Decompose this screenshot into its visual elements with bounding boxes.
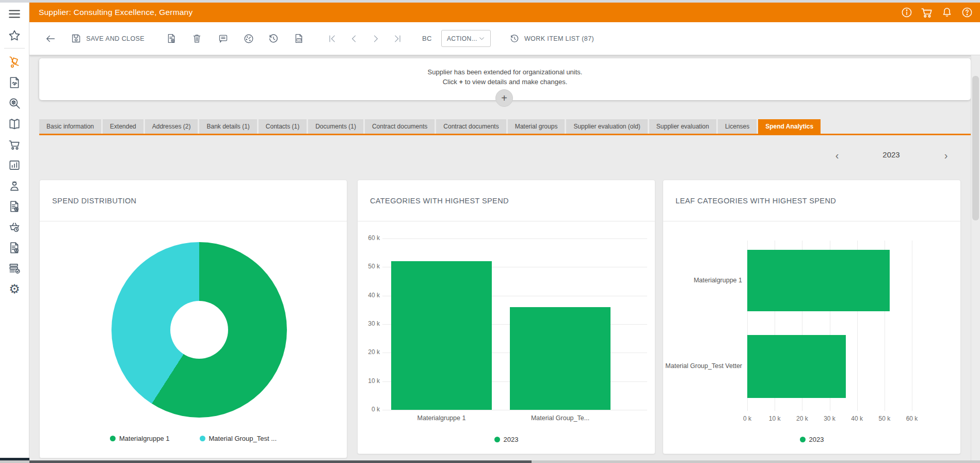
notice-line-1: Supplier has been extended for organizat… [39, 67, 971, 77]
axis-tick-label: 50 k [872, 415, 897, 422]
data-approval-list-icon[interactable] [0, 258, 29, 279]
axis-tick-label: 0 k [358, 406, 380, 413]
bar-chart-legend: 2023 [663, 436, 960, 443]
legend-dot [110, 436, 116, 441]
bar-materialgruppe-1[interactable] [747, 250, 890, 311]
favorites-star-icon[interactable] [0, 25, 29, 46]
settings-gear-icon[interactable]: ⚙ [0, 279, 29, 299]
donut-chart[interactable] [111, 242, 287, 418]
legend-dot [200, 436, 205, 441]
card-title: CATEGORIES WITH HIGHEST SPEND [370, 197, 509, 205]
bc-label: BC [422, 35, 432, 42]
tab-supplier-evaluation-old[interactable]: Supplier evaluation (old) [566, 119, 647, 134]
expand-org-units-button[interactable]: + [495, 89, 513, 107]
card-header: SPEND DISTRIBUTION [40, 180, 347, 221]
hamburger-menu-icon[interactable] [0, 3, 29, 25]
sidebar-bottom-strip [0, 458, 29, 460]
tab-material-groups[interactable]: Material groups [508, 119, 565, 134]
notice-plus-symbol: + [459, 78, 463, 86]
document-add-icon[interactable] [166, 33, 177, 44]
previous-year-button[interactable]: ‹ [830, 149, 844, 162]
next-year-button[interactable]: › [939, 149, 953, 162]
gauge-icon[interactable] [243, 33, 254, 44]
bell-icon[interactable] [940, 6, 954, 19]
bar-materialgruppe-1[interactable] [391, 261, 492, 410]
last-page-icon[interactable] [392, 34, 403, 44]
card-header: CATEGORIES WITH HIGHEST SPEND [358, 180, 655, 221]
back-arrow-icon[interactable] [45, 33, 56, 44]
save-and-close-label: SAVE AND CLOSE [86, 35, 144, 42]
vertical-scrollbar[interactable] [971, 55, 980, 460]
horizontal-scrollbar[interactable] [0, 460, 980, 463]
axis-tick-label: 50 k [358, 263, 380, 270]
donut-legend: Materialgruppe 1Material Group_Test ... [40, 435, 347, 442]
product-search-icon[interactable] [0, 93, 29, 114]
save-and-close-button[interactable]: SAVE AND CLOSE [71, 33, 144, 44]
history-icon[interactable] [268, 33, 279, 44]
invoice-percent-document-icon[interactable] [0, 196, 29, 217]
page-title: Supplier: Consulting Excellence, Germany [39, 8, 192, 17]
tab-underline [39, 134, 971, 135]
trash-icon[interactable] [191, 33, 202, 44]
tab-contacts-1[interactable]: Contacts (1) [259, 119, 307, 134]
header-actions [900, 6, 974, 19]
supplier-handtruck-icon[interactable] [0, 52, 29, 72]
supplier-user-icon[interactable] [0, 175, 29, 196]
tab-addresses-2[interactable]: Addresses (2) [145, 119, 198, 134]
next-page-icon[interactable] [371, 34, 381, 44]
catalog-book-icon[interactable] [0, 114, 29, 134]
axis-tick-label: 30 k [358, 320, 380, 327]
order-history-basket-icon[interactable] [0, 217, 29, 237]
leaf-categories-highest-spend-card: LEAF CATEGORIES WITH HIGHEST SPEND 2023 … [663, 180, 961, 454]
legend-item-materialgruppe-1[interactable]: Materialgruppe 1 [110, 435, 170, 442]
spend-distribution-card: SPEND DISTRIBUTION Materialgruppe 1Mater… [39, 180, 347, 458]
legend-item-2023[interactable]: 2023 [800, 436, 824, 443]
tab-basic-information[interactable]: Basic information [39, 119, 101, 134]
info-icon[interactable] [900, 6, 913, 19]
action-dropdown[interactable]: ACTION... [441, 30, 491, 47]
cart-icon[interactable] [920, 6, 934, 19]
first-page-icon[interactable] [327, 34, 338, 44]
legend-item-2023[interactable]: 2023 [494, 436, 519, 443]
tab-spend-analytics[interactable]: Spend Analytics [758, 119, 821, 134]
tab-contract-documents[interactable]: Contract documents [436, 119, 506, 134]
axis-tick-label: 20 k [789, 415, 815, 422]
comment-icon[interactable] [218, 33, 229, 44]
contract-handshake-document-icon[interactable] [0, 72, 29, 93]
horizontal-scrollbar-thumb[interactable] [29, 460, 532, 463]
axis-tick-label: 0 k [734, 415, 760, 422]
category-label: Materialgruppe 1 [390, 414, 493, 422]
tab-bank-details-1[interactable]: Bank details (1) [199, 119, 256, 134]
card-header: LEAF CATEGORIES WITH HIGHEST SPEND [663, 180, 960, 221]
axis-tick-label: 40 k [358, 292, 380, 299]
svg-text:PDF: PDF [298, 38, 302, 41]
gridline [382, 238, 647, 239]
toolbar: SAVE AND CLOSE PDF BC [29, 22, 980, 55]
prev-page-icon[interactable] [349, 34, 359, 44]
axis-tick-label: 10 k [762, 415, 788, 422]
tab-licenses[interactable]: Licenses [718, 119, 757, 134]
tab-supplier-evaluation[interactable]: Supplier evaluation [649, 119, 716, 134]
legend-item-material-group-test[interactable]: Material Group_Test ... [200, 435, 277, 442]
tab-contract-documents[interactable]: Contract documents [365, 119, 435, 134]
legend-label: 2023 [504, 436, 519, 443]
card-title: SPEND DISTRIBUTION [52, 197, 137, 205]
analytics-bar-chart-icon[interactable] [0, 155, 29, 175]
vertical-scrollbar-thumb[interactable] [972, 76, 979, 220]
help-icon[interactable] [960, 6, 974, 19]
tab-extended[interactable]: Extended [103, 119, 143, 134]
legal-paragraph-document-icon[interactable] [0, 237, 29, 258]
bar-material-group-te[interactable] [510, 307, 611, 410]
shopping-cart-icon[interactable] [0, 134, 29, 155]
donut-hole [170, 301, 228, 359]
chevron-down-icon [478, 35, 485, 42]
bar-material-group-test-vetter[interactable] [747, 335, 846, 398]
tab-documents-1[interactable]: Documents (1) [308, 119, 363, 134]
clock-icon [509, 34, 520, 44]
categories-column-chart: 2023 0 k10 k20 k30 k40 k50 k60 kMaterial… [358, 221, 655, 454]
org-units-notice-text: Supplier has been extended for organizat… [39, 67, 971, 87]
column-chart-legend: 2023 [358, 436, 655, 443]
pdf-icon[interactable]: PDF [294, 33, 304, 44]
work-item-list-button[interactable]: WORK ITEM LIST (87) [509, 34, 594, 44]
legend-label: 2023 [809, 436, 824, 443]
